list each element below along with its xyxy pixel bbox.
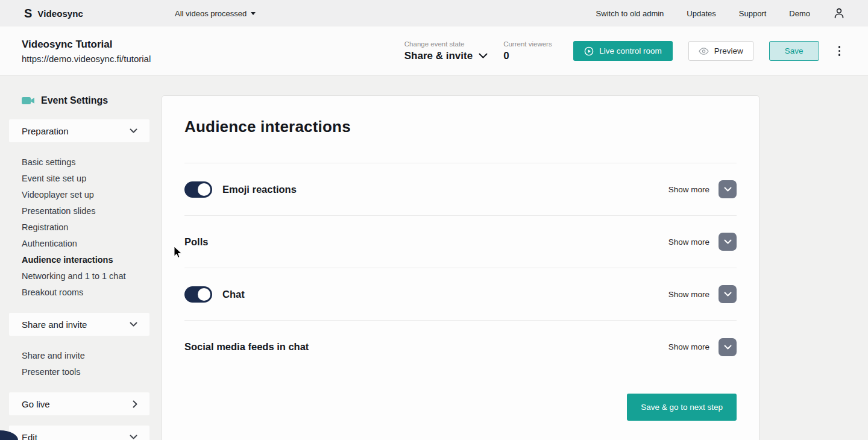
updates-link[interactable]: Updates [687, 9, 715, 18]
sidebar-item-registration[interactable]: Registration [22, 219, 149, 236]
social-media-feeds-label: Social media feeds in chat [184, 341, 309, 353]
chevron-right-icon [133, 400, 137, 408]
chevron-down-icon [724, 239, 732, 244]
demo-link[interactable]: Demo [789, 9, 810, 18]
sidebar-section-go-live[interactable]: Go live [9, 392, 149, 415]
caret-down-icon [251, 12, 256, 15]
switch-to-old-admin-link[interactable]: Switch to old admin [596, 9, 664, 18]
eye-icon [699, 48, 709, 55]
preview-button[interactable]: Preview [688, 41, 753, 61]
audience-interactions-panel: Audience interactions Emoji reactions Sh… [162, 95, 760, 440]
page-title: Audience interactions [184, 118, 737, 136]
chevron-down-icon [130, 322, 137, 327]
settings-sidebar: Event Settings Preparation Basic setting… [9, 76, 149, 440]
video-camera-icon [22, 96, 35, 105]
sidebar-item-event-site-set-up[interactable]: Event site set up [22, 171, 149, 187]
sidebar-section-share-and-invite[interactable]: Share and invite [9, 313, 149, 336]
sidebar-item-breakout-rooms[interactable]: Breakout rooms [22, 284, 149, 301]
top-bar: S Videosync All videos processed Switch … [0, 0, 868, 27]
sidebar-item-audience-interactions[interactable]: Audience interactions [22, 252, 149, 268]
current-viewers-count: 0 [503, 50, 558, 62]
chevron-down-icon [724, 187, 732, 192]
emoji-reactions-row: Emoji reactions Show more [184, 163, 737, 216]
show-more-link[interactable]: Show more [668, 237, 709, 247]
share-invite-items: Share and invite Presenter tools [22, 348, 149, 380]
save-button[interactable]: Save [769, 41, 819, 61]
event-state-block: Change event state Share & invite [404, 40, 488, 62]
videosync-logo[interactable]: S Videosync [24, 7, 83, 19]
social-media-feeds-row: Social media feeds in chat Show more [184, 321, 737, 373]
sidebar-section-edit[interactable]: Edit [9, 426, 149, 440]
chevron-down-icon [130, 435, 137, 439]
event-title: Videosync Tutorial [22, 39, 151, 51]
event-state-dropdown[interactable]: Share & invite [404, 50, 488, 62]
expand-polls-button[interactable] [719, 233, 737, 251]
all-videos-processed-label: All videos processed [175, 9, 247, 18]
event-url[interactable]: https://demo.videosync.fi/tutorial [22, 54, 151, 64]
chat-toggle[interactable] [184, 286, 212, 303]
all-videos-processed-dropdown[interactable]: All videos processed [175, 9, 256, 18]
chevron-down-icon [724, 345, 732, 350]
show-more-link[interactable]: Show more [668, 185, 709, 194]
sidebar-item-presenter-tools[interactable]: Presenter tools [22, 364, 149, 380]
chat-label: Chat [222, 289, 245, 300]
emoji-reactions-toggle[interactable] [184, 181, 212, 198]
more-options-menu[interactable] [835, 43, 844, 58]
sidebar-item-share-and-invite[interactable]: Share and invite [22, 348, 149, 364]
save-and-next-step-button[interactable]: Save & go to next step [627, 394, 737, 421]
live-control-room-button[interactable]: Live control room [573, 41, 673, 61]
event-settings-header: Event Settings [9, 95, 149, 106]
s-logo-icon: S [24, 7, 32, 19]
current-viewers-label: Current viewers [503, 40, 558, 48]
preparation-items: Basic settings Event site set up Videopl… [22, 154, 149, 301]
chevron-down-icon [479, 53, 488, 58]
polls-row: Polls Show more [184, 216, 737, 268]
expand-social-media-button[interactable] [719, 338, 737, 356]
chevron-down-icon [724, 292, 732, 297]
event-header: Videosync Tutorial https://demo.videosyn… [0, 27, 868, 76]
expand-chat-button[interactable] [719, 285, 737, 303]
play-circle-icon [584, 46, 594, 56]
show-more-link[interactable]: Show more [668, 342, 709, 351]
sidebar-item-networking-1to1-chat[interactable]: Networking and 1 to 1 chat [22, 268, 149, 284]
emoji-reactions-label: Emoji reactions [222, 184, 297, 195]
sidebar-item-presentation-slides[interactable]: Presentation slides [22, 203, 149, 219]
show-more-link[interactable]: Show more [668, 290, 709, 299]
polls-label: Polls [184, 236, 208, 248]
event-settings-title: Event Settings [41, 95, 108, 106]
sidebar-item-basic-settings[interactable]: Basic settings [22, 154, 149, 171]
user-account-icon[interactable] [833, 7, 845, 19]
event-state-label: Change event state [404, 40, 488, 48]
chat-row: Chat Show more [184, 268, 737, 321]
expand-emoji-reactions-button[interactable] [719, 180, 737, 198]
sidebar-section-preparation[interactable]: Preparation [9, 119, 149, 142]
chevron-down-icon [130, 128, 137, 133]
sidebar-item-authentication[interactable]: Authentication [22, 236, 149, 252]
logo-text: Videosync [37, 8, 83, 19]
support-link[interactable]: Support [739, 9, 767, 18]
sidebar-item-videoplayer-set-up[interactable]: Videoplayer set up [22, 187, 149, 203]
current-viewers-block: Current viewers 0 [503, 40, 558, 62]
